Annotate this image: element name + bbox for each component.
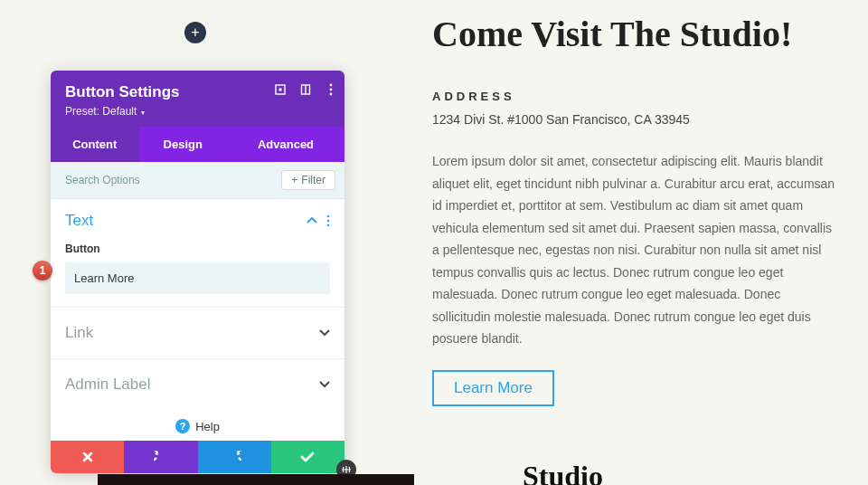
plus-icon: + (291, 174, 297, 186)
body-text: Lorem ipsum dolor sit amet, consectetur … (432, 150, 839, 350)
chevron-down-icon (319, 381, 330, 388)
section-link-title: Link (65, 324, 93, 342)
help-icon: ? (175, 419, 190, 433)
section-link-header[interactable]: Link (51, 307, 344, 358)
section-admin-label-title: Admin Label (65, 376, 151, 394)
chevron-up-icon (307, 217, 317, 224)
kebab-menu-icon[interactable] (326, 214, 330, 227)
plus-icon: + (191, 24, 199, 41)
button-field-label: Button (65, 242, 330, 255)
svg-point-8 (327, 220, 330, 223)
expand-icon[interactable] (274, 83, 287, 96)
redo-icon (227, 451, 241, 463)
image-preview-peek (98, 474, 414, 485)
cancel-button[interactable] (51, 441, 124, 473)
check-icon (300, 452, 315, 462)
save-button[interactable] (271, 441, 344, 473)
filter-label: Filter (301, 174, 326, 186)
annotation-step-1: 1 (33, 261, 52, 281)
preset-selector[interactable]: Preset: Default ▾ (65, 105, 330, 118)
kebab-menu-icon[interactable] (325, 83, 337, 96)
chevron-down-icon (319, 329, 330, 337)
tab-advanced[interactable]: Advanced (227, 127, 344, 162)
page-content: Come Visit The Studio! ADDRESS 1234 Divi… (432, 13, 839, 406)
svg-point-5 (330, 89, 333, 91)
address-label: ADDRESS (432, 90, 839, 103)
undo-button[interactable] (124, 441, 197, 473)
next-section-title-peek: Studio (523, 460, 603, 485)
search-row: Search Options + Filter (51, 162, 344, 199)
section-text-header[interactable]: Text (51, 199, 344, 242)
panel-header-actions (274, 83, 337, 96)
page-title: Come Visit The Studio! (432, 13, 839, 55)
help-label: Help (195, 420, 220, 433)
preset-label: Preset: Default (65, 105, 137, 118)
panel-actions (51, 441, 344, 473)
panel-tabs: Content Design Advanced (51, 127, 344, 162)
close-icon (81, 451, 94, 463)
address-line: 1234 Divi St. #1000 San Francisco, CA 33… (432, 112, 839, 127)
filter-button[interactable]: + Filter (281, 170, 335, 190)
learn-more-button[interactable]: Learn More (432, 370, 554, 406)
button-text-input[interactable] (65, 262, 330, 294)
search-input[interactable]: Search Options (65, 174, 140, 186)
svg-point-4 (330, 84, 333, 87)
add-section-button[interactable]: + (184, 22, 206, 43)
panel-header: Button Settings Preset: Default ▾ (51, 71, 344, 127)
svg-rect-1 (279, 89, 282, 91)
help-button[interactable]: ? Help (51, 410, 344, 441)
tab-content[interactable]: Content (51, 127, 139, 162)
snap-icon[interactable] (299, 83, 312, 96)
button-settings-panel: Button Settings Preset: Default ▾ Conten… (51, 71, 344, 473)
svg-point-7 (327, 215, 330, 218)
redo-button[interactable] (198, 441, 271, 473)
section-text-body: Button (51, 242, 344, 307)
undo-icon (154, 451, 168, 463)
svg-point-9 (327, 224, 330, 227)
svg-point-6 (330, 93, 333, 96)
section-text-title: Text (65, 212, 93, 230)
section-admin-label-header[interactable]: Admin Label (51, 358, 344, 410)
caret-down-icon: ▾ (138, 109, 144, 117)
tab-design[interactable]: Design (139, 127, 228, 162)
